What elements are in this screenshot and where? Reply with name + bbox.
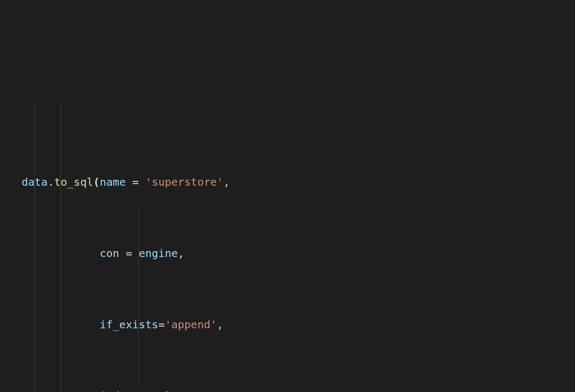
token-comma: , <box>217 318 223 331</box>
token-string: 'superstore' <box>145 175 224 188</box>
token-eq: = <box>158 318 165 331</box>
token-method: to_sql <box>54 175 93 188</box>
token-variable: data <box>22 175 48 188</box>
token-paren-open: ( <box>93 175 99 188</box>
code-editor[interactable]: data.to_sql(name = 'superstore', con = e… <box>6 84 569 392</box>
token-string: 'append' <box>165 318 217 331</box>
indent <box>22 247 100 260</box>
token-eq: = <box>126 175 145 188</box>
token-comma: , <box>223 175 230 188</box>
token-variable: engine <box>139 247 178 260</box>
token-comma: , <box>178 247 184 260</box>
token-param: con <box>100 247 119 260</box>
indent-guides <box>6 84 569 392</box>
indent <box>22 389 100 392</box>
code-line: con = engine, <box>6 245 569 262</box>
token-keyword: False <box>152 389 184 392</box>
code-line: if_exists='append', <box>6 316 569 334</box>
token-param: if_exists <box>100 318 158 331</box>
token-param: name <box>100 175 126 188</box>
code-line: index = False, <box>6 387 569 392</box>
code-line: data.to_sql(name = 'superstore', <box>6 173 569 191</box>
token-eq: = <box>119 247 139 260</box>
token-comma: , <box>184 389 191 392</box>
token-punct: . <box>48 175 54 188</box>
token-eq: = <box>132 389 152 392</box>
token-param: index <box>100 389 132 392</box>
indent <box>22 318 100 331</box>
